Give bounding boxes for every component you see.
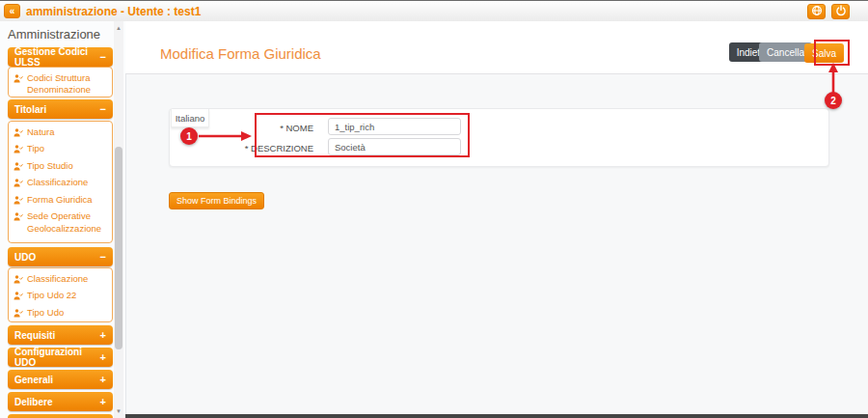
sidebar-item-natura[interactable]: Natura [12, 124, 109, 141]
sidebar-item-classificazione[interactable]: Classificazione [12, 175, 109, 192]
sidebar-panel-titolari: Natura Tipo Tipo Studio Classificazione … [8, 121, 113, 243]
sidebar-section-delibere[interactable]: Delibere + [8, 392, 113, 411]
sidebar-panel-udo: Classificazione Tipo Udo 22 Tipo Udo [8, 267, 113, 322]
user-icon [14, 161, 23, 172]
expand-plus-icon[interactable]: + [100, 396, 106, 407]
annotation-step-1-badge: 1 [180, 127, 198, 145]
power-icon [835, 3, 847, 20]
sidebar-item-udo-classificazione[interactable]: Classificazione [12, 270, 109, 288]
sidebar: Amministrazione Gestione Codici ULSS − C… [0, 21, 126, 418]
sidebar-item-tipo[interactable]: Tipo [12, 141, 109, 158]
scroll-down-icon[interactable]: ▼ [114, 406, 123, 416]
globe-icon [811, 3, 823, 20]
sidebar-item-label: Tipo Udo 22 [27, 290, 76, 302]
section-label: Requisiti [14, 330, 55, 341]
collapse-minus-icon[interactable]: − [100, 251, 106, 263]
sidebar-item-label: Forma Giuridica [27, 194, 93, 207]
sidebar-item-label: Classificazione [27, 177, 88, 189]
tab-italiano[interactable]: Italiano [171, 109, 209, 127]
sidebar-item-label: Tipo Udo [27, 307, 64, 320]
sidebar-item-label: Tipo [27, 143, 44, 155]
form-card [169, 108, 829, 167]
save-button[interactable]: Salva [804, 43, 844, 63]
sidebar-collapse-button[interactable]: « [4, 4, 20, 18]
section-label: Gestione Codici ULSS [14, 46, 100, 68]
sidebar-section-configurazioni-udo[interactable]: Configurazioni UDO + [8, 348, 113, 367]
sidebar-item-label: Natura [27, 126, 55, 139]
nome-label: * NOME [225, 123, 313, 133]
language-globe-button[interactable] [807, 4, 826, 19]
user-icon [14, 144, 23, 154]
sidebar-item-label: Tipo Studio [27, 160, 73, 173]
section-label: Generali [14, 375, 53, 385]
section-label: UDO [14, 252, 36, 263]
collapse-minus-icon[interactable]: − [100, 103, 106, 115]
annotation-step-2-badge: 2 [825, 92, 842, 109]
section-label: Delibere [14, 397, 52, 407]
expand-plus-icon[interactable]: + [100, 329, 106, 341]
scrollbar-thumb[interactable] [115, 147, 122, 349]
sidebar-section-generali[interactable]: Generali + [8, 370, 113, 389]
user-icon [14, 195, 23, 206]
sidebar-item-forma-giuridica[interactable]: Forma Giuridica [12, 191, 109, 209]
sidebar-scrollbar[interactable]: ▲ ▼ [114, 21, 123, 418]
sidebar-section-requisiti[interactable]: Requisiti + [8, 325, 113, 345]
sidebar-section-gestione-codici-ulss[interactable]: Gestione Codici ULSS − [8, 47, 113, 67]
user-icon [14, 291, 23, 301]
page-header: Modifica Forma Giuridica Indietro Cancel… [125, 21, 868, 74]
scroll-up-icon[interactable]: ▲ [114, 23, 123, 33]
user-icon [14, 274, 23, 285]
nome-input[interactable] [328, 118, 461, 135]
sidebar-item-label: Codici Struttura Denominazione [27, 72, 107, 97]
sidebar-panel-gestione: Codici Struttura Denominazione [8, 67, 113, 98]
sidebar-section-udo[interactable]: UDO − [8, 247, 113, 266]
sidebar-section-partial[interactable] [8, 414, 113, 418]
sidebar-section-titolari[interactable]: Titolari − [8, 99, 113, 119]
window-title: amministrazione - Utente : test1 [26, 5, 201, 18]
logout-power-button[interactable] [831, 4, 850, 19]
top-bar: « amministrazione - Utente : test1 [0, 1, 868, 22]
expand-plus-icon[interactable]: + [100, 374, 106, 385]
section-label: Titolari [14, 104, 46, 115]
page-title: Modifica Forma Giuridica [160, 45, 321, 62]
window-bottom-edge [125, 414, 868, 418]
sidebar-item-tipo-udo[interactable]: Tipo Udo [12, 304, 109, 321]
sidebar-item-tipo-udo-22[interactable]: Tipo Udo 22 [12, 288, 109, 305]
expand-plus-icon[interactable]: + [100, 351, 106, 363]
sidebar-item-tipo-studio[interactable]: Tipo Studio [12, 157, 109, 175]
user-icon [14, 211, 23, 222]
app-window: « amministrazione - Utente : test1 Ammin… [0, 0, 868, 418]
user-icon [14, 308, 23, 319]
sidebar-item-label: Sede Operative Geolocalizzazione [27, 210, 107, 235]
descrizione-label: * DESCRIZIONE [225, 143, 313, 153]
user-icon [14, 73, 23, 84]
collapse-minus-icon[interactable]: − [100, 51, 106, 63]
descrizione-input[interactable] [328, 138, 461, 155]
sidebar-item-label: Classificazione [27, 273, 88, 286]
section-label: Configurazioni UDO [14, 347, 100, 368]
sidebar-title: Amministrazione [8, 27, 100, 42]
show-form-bindings-button[interactable]: Show Form Bindings [169, 192, 264, 209]
sidebar-item-codici-struttura-denominazione[interactable]: Codici Struttura Denominazione [12, 70, 109, 98]
user-icon [14, 127, 23, 138]
user-icon [14, 178, 23, 188]
sidebar-item-sede-operative-geolocalizzazione[interactable]: Sede Operative Geolocalizzazione [12, 209, 109, 237]
